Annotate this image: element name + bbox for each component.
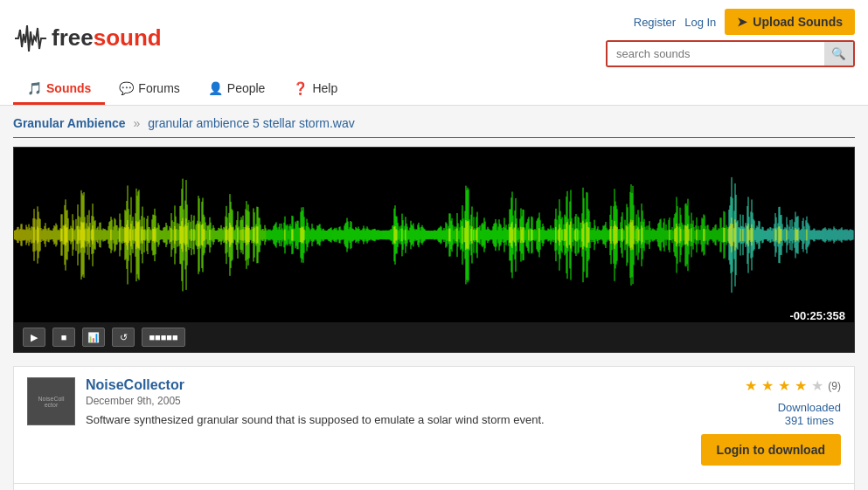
login-to-download-button[interactable]: Login to download: [701, 434, 841, 466]
nav-item-forums[interactable]: 💬 Forums: [105, 74, 193, 105]
stop-button[interactable]: ■: [52, 328, 75, 347]
download-info: Downloaded 391 times: [778, 401, 841, 427]
rating-count: (9): [828, 380, 841, 392]
breadcrumb-parent[interactable]: Granular Ambience: [13, 116, 126, 130]
breadcrumb-current: granular ambience 5 stellar storm.wav: [148, 116, 355, 130]
login-link[interactable]: Log In: [684, 16, 716, 29]
upload-sounds-button[interactable]: ➤ Upload Sounds: [725, 9, 855, 35]
search-button[interactable]: 🔍: [824, 42, 853, 66]
star-5: ★: [811, 377, 823, 394]
sounds-icon: 🎵: [27, 81, 42, 95]
logo-free: free: [52, 24, 94, 52]
sound-description: Software synthesized granular sound that…: [86, 412, 545, 428]
breadcrumb-separator: »: [134, 116, 141, 130]
loop-button[interactable]: ↺: [112, 328, 135, 347]
nav-item-help[interactable]: ❓ Help: [279, 74, 351, 105]
register-link[interactable]: Register: [634, 16, 676, 29]
star-4: ★: [795, 377, 807, 394]
upload-date: December 9th, 2005: [86, 395, 545, 407]
tags-section: ambientartificialfreegranularsamplesound…: [13, 484, 855, 490]
sound-info-section: NoiseCollector NoiseCollector December 9…: [13, 366, 855, 484]
user-avatar: NoiseCollector: [27, 377, 75, 425]
nav-item-people[interactable]: 👤 People: [194, 74, 280, 105]
forums-icon: 💬: [119, 81, 134, 95]
help-icon: ❓: [293, 81, 308, 95]
audio-player: -00:25:358 ▶ ■ 📊 ↺ ■■■■■: [13, 147, 855, 353]
waveform-button[interactable]: 📊: [82, 328, 105, 347]
logo-sound: sound: [94, 24, 162, 52]
options-button[interactable]: ■■■■■: [142, 328, 185, 347]
nav-bar: 🎵 Sounds 💬 Forums 👤 People ❓ Help: [13, 74, 855, 105]
search-box: 🔍: [606, 40, 855, 67]
breadcrumb: Granular Ambience » granular ambience 5 …: [0, 106, 868, 137]
search-icon: 🔍: [831, 47, 846, 60]
people-icon: 👤: [208, 81, 223, 95]
star-2: ★: [761, 377, 774, 394]
upload-arrow-icon: ➤: [737, 15, 747, 29]
time-display: -00:25:358: [789, 309, 845, 322]
play-button[interactable]: ▶: [23, 328, 45, 347]
rating: ★ ★ ★ ★ ★ (9): [745, 377, 841, 394]
logo[interactable]: freesound: [13, 21, 162, 56]
search-input[interactable]: [608, 42, 824, 66]
nav-item-sounds[interactable]: 🎵 Sounds: [13, 74, 105, 105]
waveform-display: [14, 148, 854, 322]
star-3: ★: [778, 377, 790, 394]
username[interactable]: NoiseCollector: [86, 377, 545, 393]
star-1: ★: [745, 377, 757, 394]
